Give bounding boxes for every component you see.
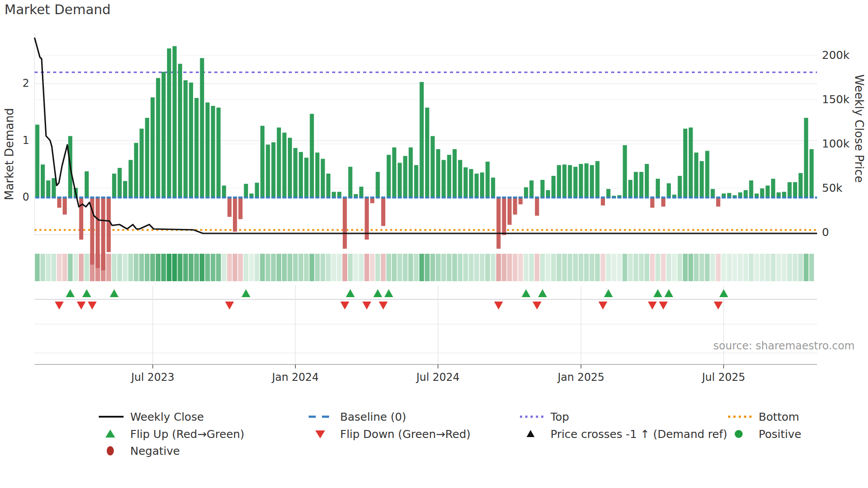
demand-bar [315, 152, 319, 198]
heatmap-cell [403, 254, 408, 281]
demand-bar [403, 156, 407, 198]
flip-up-marker [522, 289, 531, 297]
heatmap-cell [227, 254, 232, 281]
heatmap-cell [244, 254, 248, 281]
demand-bar [41, 164, 45, 198]
heatmap-cell [743, 254, 748, 281]
demand-bar [502, 198, 506, 235]
legend-item[interactable]: Flip Down (Green→Red) [308, 427, 471, 441]
demand-bar [694, 152, 698, 198]
heatmap-cell [348, 254, 353, 281]
legend-item[interactable]: Price crosses -1 ↑ (Demand ref) [518, 427, 727, 441]
heatmap-cell [337, 254, 342, 281]
demand-bar [277, 128, 281, 198]
demand-bar [326, 174, 330, 198]
flip-down-marker [494, 302, 503, 310]
demand-bar [639, 172, 643, 198]
legend-item[interactable]: Top [518, 410, 569, 424]
heatmap-cell [414, 254, 418, 281]
heatmap-cell [650, 254, 655, 281]
legend-item[interactable]: Negative [98, 444, 180, 458]
demand-bar [194, 98, 198, 198]
flip-up-marker [653, 289, 662, 297]
demand-bar [112, 174, 116, 198]
flip-down-marker [55, 302, 64, 310]
legend-item[interactable]: Baseline (0) [308, 410, 406, 424]
heatmap-cell [46, 254, 51, 281]
demand-bar [458, 160, 462, 198]
heatmap-cell [68, 254, 73, 281]
demand-bar [233, 198, 237, 232]
demand-bar [200, 58, 204, 198]
demand-bar [63, 198, 67, 215]
demand-bar [392, 147, 396, 198]
heatmap-cell [469, 254, 473, 281]
heatmap-cell [661, 254, 666, 281]
demand-bar [398, 163, 402, 198]
heatmap-cell [584, 254, 589, 281]
demand-bar [222, 186, 226, 198]
x-axis-tick: Jul 2025 [702, 371, 745, 383]
demand-bar [705, 151, 709, 198]
heatmap-cell [381, 254, 386, 281]
demand-bar [766, 186, 770, 198]
demand-bar [678, 176, 682, 198]
demand-bar [787, 182, 791, 198]
heatmap-cell [364, 254, 369, 281]
flip-down-marker [533, 302, 542, 310]
triangle-up-black-icon [518, 428, 545, 440]
heatmap-cell [145, 254, 150, 281]
x-axis-tick: Jan 2024 [272, 371, 319, 383]
heatmap-cell [721, 254, 726, 281]
demand-bar [52, 178, 56, 198]
heatmap-cell [655, 254, 660, 281]
heatmap-cell [666, 254, 671, 281]
demand-bar [288, 138, 292, 198]
heatmap-cell [798, 254, 803, 281]
heatmap-cell [139, 254, 144, 281]
heatmap-cell [200, 254, 205, 281]
heatmap-cell [211, 254, 216, 281]
heatmap-cell [809, 254, 814, 281]
heatmap-cell [436, 254, 441, 281]
heatmap-cell [183, 254, 188, 281]
heatmap-cell [106, 254, 111, 281]
heatmap-cell [765, 254, 770, 281]
heatmap-cell [782, 254, 787, 281]
heatmap-cell [326, 254, 331, 281]
heatmap-cell [123, 254, 128, 281]
heatmap-cell [392, 254, 397, 281]
demand-bar [496, 198, 500, 249]
heatmap-cell [216, 254, 221, 281]
heatmap-cell [353, 254, 358, 281]
heatmap-cell [282, 254, 287, 281]
heatmap-cell [331, 254, 336, 281]
heatmap-cell [612, 254, 616, 281]
demand-bar [343, 198, 347, 249]
demand-bar [217, 108, 221, 198]
heatmap-cell [546, 254, 550, 281]
heatmap-cell [644, 254, 649, 281]
heatmap-cell [573, 254, 578, 281]
heatmap-cell [156, 254, 161, 281]
legend-item[interactable]: Positive [726, 427, 801, 441]
demand-bar [271, 142, 275, 198]
heatmap-cell [238, 254, 243, 281]
left-axis-tick: 0 [13, 191, 29, 203]
legend-label: Flip Up (Red→Green) [130, 428, 244, 441]
triangle-up-green-icon [98, 428, 124, 440]
demand-bar [310, 114, 314, 198]
demand-bar [304, 158, 308, 198]
heatmap-cell [749, 254, 754, 281]
heatmap-cell [485, 254, 490, 281]
legend-item[interactable]: Flip Up (Red→Green) [98, 427, 244, 441]
heatmap-cell [342, 254, 347, 281]
legend-item[interactable]: Bottom [726, 410, 799, 424]
heatmap-cell [738, 254, 743, 281]
heatmap-cell [683, 254, 688, 281]
demand-bar [145, 118, 149, 198]
legend-item[interactable]: Weekly Close [98, 410, 204, 424]
demand-bar [535, 198, 539, 216]
demand-bar [359, 187, 363, 198]
demand-bar [376, 172, 380, 198]
